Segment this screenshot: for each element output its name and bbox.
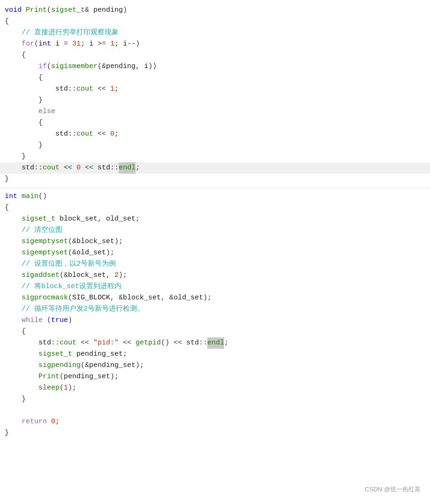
punct: (&: [68, 236, 76, 247]
type-sigset2: sigset_t: [22, 214, 55, 225]
punct: );: [106, 247, 114, 259]
indent: [5, 247, 22, 259]
punct: );: [136, 360, 144, 371]
code-text: <<: [76, 337, 93, 349]
func-cout4: cout: [60, 337, 76, 349]
line-39: }: [0, 428, 430, 439]
func-cout: cout: [76, 84, 93, 95]
line-38: return 0 ;: [0, 416, 430, 428]
punct: );: [119, 270, 127, 281]
code-text: [51, 38, 55, 50]
num-1c: 1: [64, 382, 68, 394]
indent: [5, 50, 22, 61]
code-text: ,: [136, 61, 144, 72]
code-text: ,: [106, 270, 114, 281]
code-text: &: [85, 5, 93, 16]
punct: (&: [68, 247, 76, 259]
code-text: , &: [161, 292, 174, 304]
ns-std5: std: [38, 337, 51, 349]
var-pending-set: pending_set: [76, 349, 123, 360]
func-print: Print: [26, 5, 47, 16]
keyword-else: else: [38, 106, 55, 117]
indent: [5, 337, 38, 349]
indent: [5, 360, 38, 371]
brace: {: [22, 50, 26, 61]
indent: [5, 151, 22, 162]
num-0b: 0: [76, 162, 81, 174]
indent: [5, 129, 55, 140]
code-text: , &: [110, 292, 123, 304]
code-text: =: [60, 38, 72, 50]
code-text: <<: [93, 84, 110, 95]
func-getpid: getpid: [136, 337, 161, 349]
line-1: void Print ( sigset_t & pending ): [0, 5, 430, 16]
line-7: {: [0, 72, 430, 84]
code-container: void Print ( sigset_t & pending ) { // 直…: [0, 0, 430, 504]
brace: }: [38, 140, 43, 151]
num-0: 0: [110, 129, 114, 140]
line-24: // 设置位图，以2号新号为例: [0, 259, 430, 270]
code-text: [22, 5, 26, 16]
indent: [5, 326, 22, 337]
num-1b: 1: [110, 84, 114, 95]
indent: [5, 236, 22, 247]
var-old-set: old_set: [106, 214, 136, 225]
endl-1: endl: [119, 162, 136, 174]
line-14: }: [0, 151, 430, 162]
func-sigemptyset1: sigemptyset: [22, 236, 68, 247]
line-4: for ( int i = 31 ; i >= 1 ; i --): [0, 38, 430, 50]
var-i3: i: [123, 38, 127, 50]
code-text: (: [43, 315, 51, 326]
line-8: std :: cout << 1 ;: [0, 84, 430, 95]
code-text: <<: [119, 337, 136, 349]
code-text: ;: [123, 349, 127, 360]
type-sigset: sigset_t: [51, 5, 85, 16]
code-text: ;: [114, 129, 119, 140]
indent: [5, 162, 22, 174]
indent: [5, 72, 38, 84]
keyword-void: void: [5, 5, 22, 16]
code-text: [17, 191, 22, 202]
punct: );: [114, 236, 123, 247]
brace: {: [5, 16, 9, 27]
func-sigpending: sigpending: [38, 360, 81, 371]
func-sigismember: sigismember: [51, 61, 98, 72]
code-text: ::: [199, 337, 207, 349]
code-text: ::: [110, 162, 119, 174]
code-text: ;: [55, 416, 60, 428]
var-pending-set2: pending_set: [89, 360, 136, 371]
line-25: sigaddset (& block_set , 2 );: [0, 270, 430, 281]
code-text: [47, 416, 51, 428]
func-main: main: [22, 191, 38, 202]
brace: }: [22, 151, 26, 162]
func-cout3: cout: [43, 162, 60, 174]
punct: (: [47, 61, 51, 72]
line-29: while ( true ): [0, 315, 430, 326]
indent: [5, 95, 38, 106]
var-i2: i: [89, 38, 93, 50]
line-13: }: [0, 140, 430, 151]
indent: [5, 117, 38, 129]
punct: (: [34, 38, 38, 50]
keyword-return: return: [22, 416, 47, 428]
indent: [5, 106, 38, 117]
comment-2: // 清空位图: [22, 225, 62, 236]
line-15-highlighted: std :: cout << 0 << std :: endl ;: [0, 162, 430, 174]
comment-5: // 循环等待用户发2号新号进行检测。: [22, 304, 144, 315]
line-10: else: [0, 106, 430, 117]
comment-3: // 设置位图，以2号新号为例: [22, 259, 116, 270]
ns-std2: std: [55, 129, 68, 140]
punct: (): [161, 337, 169, 349]
line-9: }: [0, 95, 430, 106]
string-pid: "pid:": [93, 337, 119, 349]
line-5: {: [0, 50, 430, 61]
var-block-set4: block_set: [123, 292, 161, 304]
comment-1: // 直接进行穷举打印观察现象: [22, 27, 119, 38]
var-pending: pending: [93, 5, 123, 16]
code-text: [55, 214, 60, 225]
func-print2: Print: [38, 371, 60, 382]
indent: [5, 214, 22, 225]
type-sigset3: sigset_t: [38, 349, 72, 360]
line-11: {: [0, 117, 430, 129]
indent: [5, 38, 22, 50]
